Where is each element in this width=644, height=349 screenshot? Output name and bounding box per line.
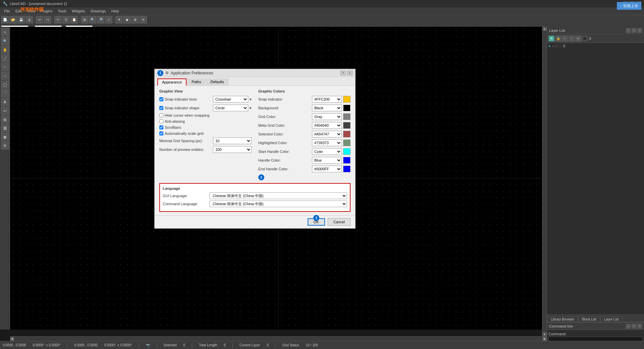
zoom-fit[interactable]: ⤢ (105, 16, 112, 23)
snap-midpoint[interactable]: ◆ (123, 16, 131, 23)
layer-add-btn[interactable]: + (562, 36, 568, 42)
hscroll-left[interactable]: ◀ (10, 337, 14, 341)
cut-button[interactable]: ✂ (54, 16, 62, 23)
zoom-out[interactable]: 🔎 (97, 16, 104, 23)
block-tool[interactable]: ▦ (1, 133, 9, 141)
snap-lines-check[interactable] (159, 97, 163, 101)
vscroll-down[interactable]: ▼ (543, 332, 547, 336)
vertical-scrollbar[interactable]: ▲ ▼ (542, 27, 547, 336)
undo-button[interactable]: ↩ (36, 16, 43, 23)
layer-edit-btn[interactable]: ✏ (575, 36, 581, 42)
meta-grid-color-btn[interactable] (343, 122, 351, 129)
circle-tool[interactable]: ○ (1, 72, 9, 80)
layer-list-title: Layer List (549, 28, 565, 33)
snap-intersection[interactable]: ✕ (140, 16, 147, 23)
layer-eye-btn[interactable]: 👁 (548, 36, 554, 42)
layer-panel-minus[interactable]: — (626, 28, 631, 33)
snap-lines-combo[interactable]: Crosshair (213, 96, 248, 103)
polyline-tool[interactable]: ⌒ (1, 89, 9, 97)
paste-button[interactable]: 📋 (70, 16, 78, 23)
dialog-close-btn[interactable]: × (347, 71, 353, 75)
arc-tool[interactable]: ◠ (1, 63, 9, 71)
bg-color-combo[interactable]: Black (312, 105, 342, 111)
hscroll-right[interactable]: ▶ (543, 337, 547, 341)
menu-drawings[interactable]: Drawings (88, 8, 109, 14)
status-sep-3 (157, 343, 157, 348)
menu-help[interactable]: Help (109, 8, 122, 14)
hide-cursor-check[interactable] (159, 113, 163, 117)
snap-color-combo[interactable]: #FFC200 (312, 96, 342, 103)
status-current-layer-val: 0 (267, 343, 269, 347)
tab-appearance[interactable]: Appearance (157, 78, 186, 86)
gui-language-combo[interactable]: Chinese 简体中文 (China 中国) (210, 192, 347, 199)
meta-grid-color-combo[interactable]: #404040 (312, 122, 342, 129)
command-language-combo[interactable]: Chinese 简体中文 (China 中国) (210, 200, 347, 207)
grid-color-combo[interactable]: Gray (312, 113, 342, 120)
vscroll-up[interactable]: ▲ (543, 27, 547, 31)
save-button[interactable]: 💾 (17, 16, 25, 23)
redo-button[interactable]: ↪ (44, 16, 51, 23)
bg-color-btn[interactable] (343, 105, 351, 111)
menu-tools[interactable]: Tools (55, 8, 69, 14)
auto-scale-check[interactable] (159, 131, 163, 135)
line-tool[interactable]: ╱ (1, 54, 9, 62)
tab-layer-list[interactable]: Layer List (600, 316, 622, 322)
highlighted-color-btn[interactable] (343, 139, 351, 146)
pan-tool[interactable]: ✋ (1, 46, 9, 54)
end-handle-color-combo[interactable]: #0000FF (312, 166, 342, 172)
layer-item-0[interactable]: ● ○ □ 0 (548, 44, 643, 48)
anti-aliasing-row: Anti-aliasing (159, 119, 252, 123)
tab-block-list[interactable]: Block List (578, 316, 600, 322)
selected-color-combo[interactable]: #A54747 (312, 131, 342, 137)
layer-del-btn[interactable]: − (569, 36, 575, 42)
anti-alias-check[interactable] (159, 119, 163, 123)
text-tool[interactable]: A (1, 98, 9, 106)
snap-endpoint[interactable]: ✦ (115, 16, 123, 23)
new-button[interactable]: 📄 (1, 16, 9, 23)
handle-color-combo[interactable]: Blue (312, 157, 342, 164)
layer-lock-btn[interactable]: 🔒 (555, 36, 561, 42)
menu-file[interactable]: File (1, 8, 13, 14)
snap-shape-combo[interactable]: Circle (213, 105, 248, 111)
grid-spacing-combo[interactable]: 10 (213, 137, 252, 144)
hatch-tool[interactable]: ▤ (1, 115, 9, 123)
modify-tool[interactable]: ⚙ (1, 141, 9, 150)
scrollbars-check[interactable] (159, 125, 163, 129)
start-handle-color-btn[interactable] (343, 148, 351, 155)
zoom-tool[interactable]: 🔍 (1, 37, 9, 45)
menu-widgets[interactable]: Widgets (69, 8, 88, 14)
grid-toggle[interactable]: ⊞ (81, 16, 88, 23)
snap-shape-check[interactable] (159, 106, 163, 110)
handle-color-btn[interactable] (343, 157, 351, 164)
dimension-tool[interactable]: ⊷ (1, 107, 9, 115)
copy-button[interactable]: ⎘ (62, 16, 70, 23)
horizontal-scrollbar[interactable]: ◀ ▶ (10, 336, 547, 341)
grid-color-btn[interactable] (343, 113, 351, 120)
dialog-help-btn[interactable]: ? (340, 71, 346, 75)
start-handle-color-combo[interactable]: Cyan (312, 148, 342, 155)
ellipse-tool[interactable]: ◯ (1, 80, 9, 89)
tab-paths[interactable]: Paths (187, 78, 205, 85)
zoom-in[interactable]: 🔍 (89, 16, 96, 23)
layer-panel-close[interactable]: × (637, 28, 642, 33)
end-handle-color-btn[interactable] (343, 166, 351, 172)
preview-entities-combo[interactable]: 100 (213, 146, 252, 153)
cancel-button[interactable]: Cancel (328, 218, 351, 226)
cmd-panel-close[interactable]: × (637, 324, 642, 329)
tab-library-browser[interactable]: Library Browser (547, 316, 578, 322)
selected-color-btn[interactable] (343, 131, 351, 137)
upload-button[interactable]: ↑ 拓搜上传 (617, 2, 642, 10)
handle-color-ctrl: Blue (312, 157, 351, 164)
layer-panel-float[interactable]: □ (632, 28, 636, 33)
open-button[interactable]: 📂 (9, 16, 17, 23)
cmd-panel-minus[interactable]: — (626, 324, 631, 329)
highlighted-color-combo[interactable]: #739373 (312, 139, 342, 146)
snap-grid[interactable]: ⊕ (131, 16, 139, 23)
select-tool[interactable]: ↖ (1, 28, 9, 36)
sep3 (79, 17, 79, 23)
print-button[interactable]: 🖨 (25, 16, 33, 23)
image-tool[interactable]: 🖼 (1, 124, 9, 132)
tab-defaults[interactable]: Defaults (206, 78, 228, 85)
cmd-panel-float[interactable]: □ (632, 324, 636, 329)
snap-color-btn[interactable] (343, 96, 351, 103)
